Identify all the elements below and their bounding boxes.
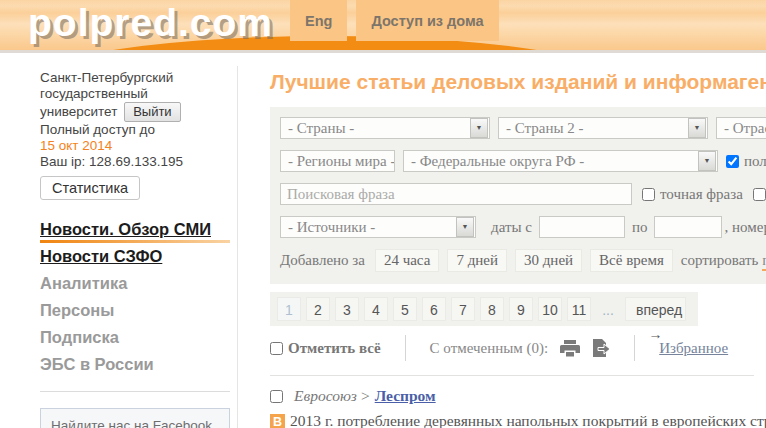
next-page-button[interactable]: вперед → [625,297,686,321]
page-3[interactable]: 3 [335,297,359,321]
sidebar-item-ebs-russia[interactable]: ЭБС в России [40,351,232,378]
sidebar-item-subscription[interactable]: Подписка [40,324,232,351]
sort-label: сортировать [681,252,759,268]
article-item: Евросоюз > Леспром В2013 г. потребление … [270,387,766,428]
page-title: Лучшие статьи деловых изданий и информаг… [270,70,766,94]
drop-cap-badge: В [270,414,285,428]
tab-home-access[interactable]: Доступ из дома [356,0,498,41]
page-2[interactable]: 2 [306,297,330,321]
org-name-line2: государственный [40,86,232,102]
added-label: Добавлено за [280,252,365,269]
page-5[interactable]: 5 [393,297,417,321]
fulltext-label: полный текст [744,153,766,170]
breadcrumb-separator: > [361,387,370,405]
mark-all-label: Отметить всё [288,340,381,357]
date-to-label: по [632,219,648,236]
export-button[interactable] [592,339,610,357]
period-30d-button[interactable]: 30 дней [515,249,582,272]
sidebar-nav: Новости. Обзор СМИ Новости СЗФО Аналитик… [40,216,232,378]
org-name-line1: Санкт-Петербургский [40,70,232,86]
filter-row-1: - Страны - ▼ - Страны 2 - ▼ - Отрасли - … [280,117,766,139]
with-marked-label: С отмеченным (0): [430,340,549,357]
facebook-divider [40,391,230,392]
sort-group: сортировать по дате [681,252,766,269]
sidebar-item-news-smi[interactable]: Новости. Обзор СМИ [40,216,232,243]
header-tabs: Eng Доступ из дома [290,0,508,41]
date-to-input[interactable] [654,216,722,238]
sidebar-item-news-szfo[interactable]: Новости СЗФО [40,243,232,270]
access-date: 15 окт 2014 [40,138,232,154]
vertical-divider [634,335,635,361]
logout-button[interactable]: Выйти [124,102,181,122]
account-block: Санкт-Петербургский государственный унив… [40,70,232,200]
period-7d-button[interactable]: 7 дней [447,249,507,272]
article-category-link[interactable]: Леспром [375,387,436,405]
countries-select[interactable]: - Страны - ▼ [280,117,490,139]
page-7[interactable]: 7 [451,297,475,321]
sidebar-item-persons[interactable]: Персоны [40,297,232,324]
numbers-label: , номера [724,219,766,236]
chevron-down-icon: ▼ [470,118,488,138]
favorites-link[interactable]: Избранное [659,340,728,357]
filter-row-5: Добавлено за 24 часа 7 дней 30 дней Всё … [280,249,766,272]
federal-districts-select[interactable]: - Федеральные округа РФ - ▼ [403,150,718,172]
tab-eng[interactable]: Eng [290,0,347,41]
sidebar: Санкт-Петербургский государственный унив… [40,70,232,428]
exact-phrase-checkbox[interactable] [642,188,655,201]
statistics-button[interactable]: Статистика [40,176,140,200]
chevron-down-icon: ▼ [688,118,706,138]
filter-panel: - Страны - ▼ - Страны 2 - ▼ - Отрасли - … [270,107,766,284]
access-label: Полный доступ до [40,122,232,138]
vertical-divider [405,335,406,361]
filter-row-4: - Источники - ▼ даты с по , номера [280,216,766,238]
main-content: Лучшие статьи деловых изданий и информаг… [270,64,766,428]
article-header: Евросоюз > Леспром [270,387,766,405]
search-input[interactable] [280,183,632,205]
chevron-down-icon: ▼ [456,217,474,237]
sort-by-date-link[interactable]: по дате [762,252,766,271]
page-6[interactable]: 6 [422,297,446,321]
date-from-label: даты с [491,219,532,236]
page-1: 1 [277,297,301,321]
page-8[interactable]: 8 [480,297,504,321]
countries2-select[interactable]: - Страны 2 - ▼ [498,117,708,139]
fulltext-checkbox[interactable] [726,155,739,168]
article-checkbox[interactable] [270,390,283,403]
page-11[interactable]: 11 [567,297,591,321]
facebook-widget[interactable]: Найдите нас на Facebook [40,408,230,428]
pagination-ellipsis: ... [596,297,620,321]
sidebar-divider [237,66,238,428]
article-region-link[interactable]: Евросоюз [294,387,357,405]
exact-phrase-label: точная фраза [660,186,743,203]
page-9[interactable]: 9 [509,297,533,321]
period-24h-button[interactable]: 24 часа [375,249,439,272]
filter-row-3: точная фраза слова [280,183,766,205]
page-10[interactable]: 10 [538,297,562,321]
sidebar-item-analytics[interactable]: Аналитика [40,270,232,297]
period-all-button[interactable]: Всё время [590,249,673,272]
industries-select[interactable]: - Отрасли - ▼ [716,117,766,139]
org-name-line3: университет [40,104,117,119]
article-text: В2013 г. потребление деревянных напольны… [270,412,766,428]
ip-address: Ваш ip: 128.69.133.195 [40,154,232,170]
page-4[interactable]: 4 [364,297,388,321]
words-checkbox[interactable] [753,188,766,201]
printer-icon [560,340,580,357]
selection-bar: Отметить всё С отмеченным (0): Избранное [270,335,766,361]
date-from-input[interactable] [539,216,625,238]
chevron-down-icon: ▼ [698,151,716,171]
site-logo[interactable]: polpred.com [28,1,273,45]
pagination: 1 2 3 4 5 6 7 8 9 10 11 ... вперед → [270,292,698,326]
header: polpred.com Eng Доступ из дома [0,0,766,53]
article-divider [270,375,754,376]
world-regions-select[interactable]: - Регионы мира - ▼ [280,150,395,172]
sources-select[interactable]: - Источники - ▼ [280,216,476,238]
print-button[interactable] [560,340,580,357]
document-export-icon [592,339,610,357]
mark-all-checkbox[interactable] [270,342,283,355]
filter-row-2: - Регионы мира - ▼ - Федеральные округа … [280,150,766,172]
